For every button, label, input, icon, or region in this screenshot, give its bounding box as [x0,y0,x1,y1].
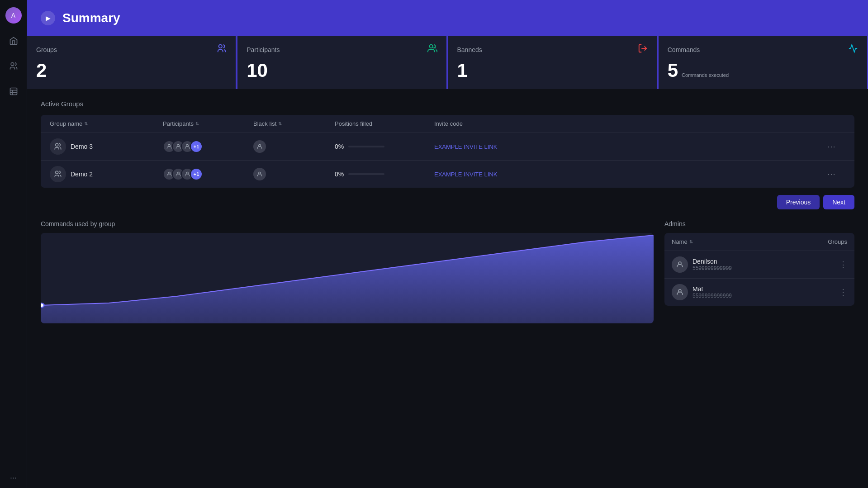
groups-icon [217,43,227,56]
cell-blacklist-1 [253,140,335,153]
cell-invite-1[interactable]: EXAMPLE INVITE LINK [434,143,827,150]
banneds-icon [638,43,648,56]
group-icon-1 [50,138,66,155]
col-positions: Positions filled [335,120,434,127]
commands-chart-section: Commands used by group [41,220,654,323]
content-area: Active Groups Group name ⇅ Participants … [27,89,868,488]
cell-group-name-2: Demo 2 [50,166,163,182]
cell-actions-1[interactable]: ⋯ [827,142,845,152]
avatar-stack-2: +1 [163,168,203,180]
av-count-1: +1 [190,140,203,153]
group-name-2: Demo 2 [71,171,93,178]
sidebar-more[interactable]: ... [10,471,17,481]
main-content: ▶ Summary Groups 2 Participants [27,0,868,488]
stat-value-banneds: 1 [457,61,648,80]
bottom-grid: Commands used by group [41,220,854,323]
cell-participants-2: +1 [163,168,253,180]
admin-name-1: Denilson [693,258,732,265]
stat-card-banneds: Banneds 1 [448,36,657,89]
admin-phone-1: 5599999999999 [693,265,732,271]
admin-row: Mat 5599999999999 ⋮ [664,279,854,306]
svg-point-20 [41,303,44,308]
admin-details-2: Mat 5599999999999 [693,285,732,299]
header: ▶ Summary [27,0,868,36]
svg-point-14 [56,171,58,174]
admin-info-2: Mat 5599999999999 [672,284,732,300]
participants-icon [427,43,437,56]
groups-table: Group name ⇅ Participants ⇅ Black list ⇅… [41,115,854,188]
blacklist-av-2 [253,168,266,180]
cell-positions-1: 0% [335,143,434,150]
svg-point-9 [56,143,58,146]
av-count-2: +1 [190,168,203,180]
invite-link-1[interactable]: EXAMPLE INVITE LINK [434,143,497,150]
col-participants[interactable]: Participants ⇅ [163,120,253,127]
row-menu-1[interactable]: ⋯ [827,142,835,152]
cell-positions-2: 0% [335,171,434,178]
col-blacklist[interactable]: Black list ⇅ [253,120,335,127]
admin-row: Denilson 5599999999999 ⋮ [664,251,854,279]
svg-marker-19 [41,235,654,323]
sort-icon-name: ⇅ [689,239,693,244]
previous-button[interactable]: Previous [777,195,820,209]
stat-value-commands: 5 [668,61,678,80]
admin-avatar-1 [672,256,688,273]
col-group-name[interactable]: Group name ⇅ [50,120,163,127]
avatar[interactable]: A [5,7,22,24]
progress-bar-1 [348,146,384,147]
positions-pct-1: 0% [335,143,344,150]
admins-section: Admins Name ⇅ Groups [664,220,854,323]
blacklist-av-1 [253,140,266,153]
avatar-stack-1: +1 [163,140,203,153]
admins-table: Name ⇅ Groups [664,233,854,306]
col-invite: Invite code [434,120,827,127]
cell-invite-2[interactable]: EXAMPLE INVITE LINK [434,171,827,178]
svg-point-6 [429,45,432,48]
page-title: Summary [62,11,120,25]
pagination: Previous Next [41,195,854,209]
positions-pct-2: 0% [335,171,344,178]
group-icon-2 [50,166,66,182]
admin-menu-2[interactable]: ⋮ [839,287,847,297]
stat-card-participants: Participants 10 [237,36,446,89]
cell-group-name-1: Demo 3 [50,138,163,155]
stat-sub-commands: Commands executed [682,72,729,78]
cell-participants-1: +1 [163,140,253,153]
svg-point-5 [219,45,222,48]
progress-bar-2 [348,173,384,175]
group-name-1: Demo 3 [71,143,93,150]
admins-col-name[interactable]: Name ⇅ [672,238,693,245]
admin-phone-2: 5599999999999 [693,293,732,299]
admin-avatar-2 [672,284,688,300]
cell-blacklist-2 [253,168,335,180]
sidebar: A ... [0,0,27,488]
next-button[interactable]: Next [823,195,854,209]
sort-icon-participants: ⇅ [195,121,199,126]
admin-menu-1[interactable]: ⋮ [839,260,847,270]
table-row: Demo 2 +1 [41,161,854,188]
sidebar-item-list[interactable] [5,83,22,99]
svg-rect-1 [10,88,17,95]
sidebar-item-groups[interactable] [5,58,22,74]
sidebar-item-home[interactable] [5,33,22,49]
stat-card-commands: Commands 5 Commands executed [659,36,867,89]
stat-label-banneds: Banneds [457,46,482,53]
row-menu-2[interactable]: ⋯ [827,169,835,179]
admin-name-2: Mat [693,285,732,293]
stat-card-groups: Groups 2 [27,36,236,89]
col-actions [827,120,845,127]
header-toggle-button[interactable]: ▶ [41,11,55,25]
chart-svg [41,233,654,323]
cell-actions-2[interactable]: ⋯ [827,169,845,179]
table-header: Group name ⇅ Participants ⇅ Black list ⇅… [41,115,854,133]
sort-icon-blacklist: ⇅ [278,121,282,126]
admins-title: Admins [664,220,854,227]
stat-label-commands: Commands [668,46,700,53]
admins-col-groups: Groups [828,238,847,245]
stat-label-groups: Groups [36,46,57,53]
table-row: Demo 3 +1 [41,133,854,161]
admin-info-1: Denilson 5599999999999 [672,256,732,273]
sort-icon-group-name: ⇅ [84,121,88,126]
invite-link-2[interactable]: EXAMPLE INVITE LINK [434,171,497,178]
stat-value-participants: 10 [247,61,437,80]
